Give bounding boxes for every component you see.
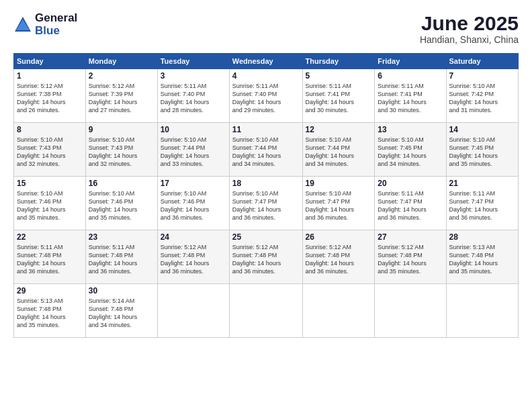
day-info: Sunrise: 5:10 AM Sunset: 7:44 PM Dayligh… — [161, 136, 226, 169]
day-info: Sunrise: 5:10 AM Sunset: 7:46 PM Dayligh… — [161, 189, 226, 222]
day-info: Sunrise: 5:10 AM Sunset: 7:47 PM Dayligh… — [232, 189, 300, 222]
day-number: 18 — [232, 179, 300, 188]
calendar-cell: 16Sunrise: 5:10 AM Sunset: 7:46 PM Dayli… — [85, 177, 157, 230]
calendar-cell — [229, 284, 302, 338]
day-info: Sunrise: 5:11 AM Sunset: 7:48 PM Dayligh… — [89, 243, 154, 276]
calendar-cell: 12Sunrise: 5:10 AM Sunset: 7:44 PM Dayli… — [302, 123, 375, 177]
logo-text: General Blue — [35, 12, 77, 37]
day-info: Sunrise: 5:11 AM Sunset: 7:47 PM Dayligh… — [378, 189, 443, 222]
day-number: 20 — [378, 179, 443, 188]
calendar-cell: 27Sunrise: 5:12 AM Sunset: 7:48 PM Dayli… — [375, 230, 446, 284]
day-info: Sunrise: 5:10 AM Sunset: 7:45 PM Dayligh… — [378, 136, 443, 169]
day-info: Sunrise: 5:11 AM Sunset: 7:41 PM Dayligh… — [306, 82, 372, 115]
day-info: Sunrise: 5:14 AM Sunset: 7:48 PM Dayligh… — [89, 297, 154, 330]
calendar-cell: 30Sunrise: 5:14 AM Sunset: 7:48 PM Dayli… — [85, 284, 157, 338]
calendar-cell: 23Sunrise: 5:11 AM Sunset: 7:48 PM Dayli… — [85, 230, 157, 284]
weekday-header-row: SundayMondayTuesdayWednesdayThursdayFrid… — [14, 54, 519, 69]
day-number: 12 — [306, 125, 372, 134]
day-number: 16 — [89, 179, 154, 188]
day-number: 7 — [449, 71, 515, 81]
day-number: 24 — [161, 232, 226, 242]
day-info: Sunrise: 5:12 AM Sunset: 7:38 PM Dayligh… — [17, 82, 83, 115]
logo-blue-text: Blue — [35, 25, 77, 38]
day-number: 9 — [89, 125, 154, 134]
day-info: Sunrise: 5:11 AM Sunset: 7:48 PM Dayligh… — [17, 243, 83, 276]
day-number: 17 — [161, 179, 226, 188]
day-number: 2 — [89, 71, 154, 81]
calendar-cell: 19Sunrise: 5:10 AM Sunset: 7:47 PM Dayli… — [302, 177, 375, 230]
day-info: Sunrise: 5:10 AM Sunset: 7:46 PM Dayligh… — [89, 189, 154, 222]
calendar-cell: 17Sunrise: 5:10 AM Sunset: 7:46 PM Dayli… — [157, 177, 229, 230]
calendar-cell: 28Sunrise: 5:13 AM Sunset: 7:48 PM Dayli… — [446, 230, 518, 284]
day-info: Sunrise: 5:10 AM Sunset: 7:44 PM Dayligh… — [232, 136, 300, 169]
day-number: 4 — [232, 71, 300, 81]
weekday-header-monday: Monday — [85, 54, 157, 69]
calendar-week-row: 22Sunrise: 5:11 AM Sunset: 7:48 PM Dayli… — [14, 230, 519, 284]
day-info: Sunrise: 5:12 AM Sunset: 7:39 PM Dayligh… — [89, 82, 154, 115]
day-number: 25 — [232, 232, 300, 242]
day-number: 27 — [378, 232, 443, 242]
logo-general-text: General — [35, 12, 77, 25]
calendar-cell: 1Sunrise: 5:12 AM Sunset: 7:38 PM Daylig… — [14, 69, 86, 123]
day-number: 14 — [449, 125, 515, 134]
day-number: 8 — [17, 125, 83, 134]
day-info: Sunrise: 5:10 AM Sunset: 7:46 PM Dayligh… — [17, 189, 83, 222]
calendar-header: SundayMondayTuesdayWednesdayThursdayFrid… — [14, 54, 519, 69]
calendar-cell — [302, 284, 375, 338]
day-info: Sunrise: 5:11 AM Sunset: 7:47 PM Dayligh… — [449, 189, 515, 222]
weekday-header-tuesday: Tuesday — [157, 54, 229, 69]
day-number: 6 — [378, 71, 443, 81]
calendar-cell: 25Sunrise: 5:12 AM Sunset: 7:48 PM Dayli… — [229, 230, 302, 284]
day-info: Sunrise: 5:13 AM Sunset: 7:48 PM Dayligh… — [17, 297, 83, 330]
calendar-cell: 2Sunrise: 5:12 AM Sunset: 7:39 PM Daylig… — [85, 69, 157, 123]
calendar-cell: 10Sunrise: 5:10 AM Sunset: 7:44 PM Dayli… — [157, 123, 229, 177]
weekday-header-thursday: Thursday — [302, 54, 375, 69]
weekday-header-wednesday: Wednesday — [229, 54, 302, 69]
calendar-cell — [446, 284, 518, 338]
day-number: 22 — [17, 232, 83, 242]
weekday-header-friday: Friday — [375, 54, 446, 69]
calendar-cell: 24Sunrise: 5:12 AM Sunset: 7:48 PM Dayli… — [157, 230, 229, 284]
calendar-cell: 22Sunrise: 5:11 AM Sunset: 7:48 PM Dayli… — [14, 230, 86, 284]
location: Handian, Shanxi, China — [420, 34, 519, 45]
calendar-cell: 5Sunrise: 5:11 AM Sunset: 7:41 PM Daylig… — [302, 69, 375, 123]
weekday-header-saturday: Saturday — [446, 54, 518, 69]
day-number: 26 — [306, 232, 372, 242]
calendar-cell: 14Sunrise: 5:10 AM Sunset: 7:45 PM Dayli… — [446, 123, 518, 177]
calendar-cell — [157, 284, 229, 338]
day-number: 29 — [17, 286, 83, 295]
day-number: 5 — [306, 71, 372, 81]
calendar-cell: 20Sunrise: 5:11 AM Sunset: 7:47 PM Dayli… — [375, 177, 446, 230]
calendar-table: SundayMondayTuesdayWednesdayThursdayFrid… — [13, 53, 519, 338]
day-number: 13 — [378, 125, 443, 134]
day-info: Sunrise: 5:10 AM Sunset: 7:44 PM Dayligh… — [306, 136, 372, 169]
day-number: 10 — [161, 125, 226, 134]
calendar-cell: 29Sunrise: 5:13 AM Sunset: 7:48 PM Dayli… — [14, 284, 86, 338]
day-info: Sunrise: 5:11 AM Sunset: 7:40 PM Dayligh… — [232, 82, 300, 115]
calendar-body: 1Sunrise: 5:12 AM Sunset: 7:38 PM Daylig… — [14, 69, 519, 338]
calendar-cell: 7Sunrise: 5:10 AM Sunset: 7:42 PM Daylig… — [446, 69, 518, 123]
svg-marker-1 — [16, 19, 30, 30]
calendar-cell: 4Sunrise: 5:11 AM Sunset: 7:40 PM Daylig… — [229, 69, 302, 123]
calendar-cell: 26Sunrise: 5:12 AM Sunset: 7:48 PM Dayli… — [302, 230, 375, 284]
calendar-cell: 13Sunrise: 5:10 AM Sunset: 7:45 PM Dayli… — [375, 123, 446, 177]
day-number: 21 — [449, 179, 515, 188]
day-number: 28 — [449, 232, 515, 242]
day-number: 15 — [17, 179, 83, 188]
weekday-header-sunday: Sunday — [14, 54, 86, 69]
day-number: 3 — [161, 71, 226, 81]
day-number: 19 — [306, 179, 372, 188]
calendar-cell: 3Sunrise: 5:11 AM Sunset: 7:40 PM Daylig… — [157, 69, 229, 123]
calendar-cell: 21Sunrise: 5:11 AM Sunset: 7:47 PM Dayli… — [446, 177, 518, 230]
day-info: Sunrise: 5:12 AM Sunset: 7:48 PM Dayligh… — [378, 243, 443, 276]
day-info: Sunrise: 5:12 AM Sunset: 7:48 PM Dayligh… — [306, 243, 372, 276]
day-info: Sunrise: 5:10 AM Sunset: 7:42 PM Dayligh… — [449, 82, 515, 115]
day-info: Sunrise: 5:11 AM Sunset: 7:40 PM Dayligh… — [161, 82, 226, 115]
day-number: 23 — [89, 232, 154, 242]
month-title: June 2025 — [420, 12, 519, 34]
day-info: Sunrise: 5:12 AM Sunset: 7:48 PM Dayligh… — [232, 243, 300, 276]
day-info: Sunrise: 5:12 AM Sunset: 7:48 PM Dayligh… — [161, 243, 226, 276]
calendar-cell: 15Sunrise: 5:10 AM Sunset: 7:46 PM Dayli… — [14, 177, 86, 230]
calendar-week-row: 8Sunrise: 5:10 AM Sunset: 7:43 PM Daylig… — [14, 123, 519, 177]
calendar-week-row: 1Sunrise: 5:12 AM Sunset: 7:38 PM Daylig… — [14, 69, 519, 123]
